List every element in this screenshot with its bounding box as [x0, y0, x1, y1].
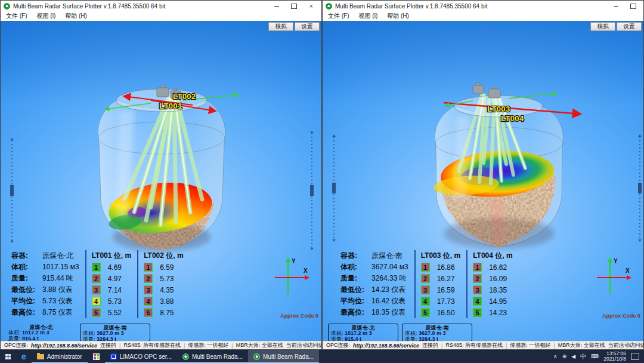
tab-silo-south[interactable]: 原煤仓-南 体积: 3627.0 m 3 质量: 3264.3 t	[402, 324, 472, 342]
beam-row: 58.75	[144, 307, 183, 318]
menu-help[interactable]: 帮助 (H)	[387, 12, 409, 20]
sensor-column-lt002: LT002 位, m 16.59 25.73 34.35 43.88 58.75	[137, 250, 183, 318]
container-name: 原煤仓-北	[41, 251, 73, 260]
taskbar-clock[interactable]: 13:57:06 2021/10/8	[603, 351, 626, 362]
rs485-status: RS485: 所有传感器在线	[123, 342, 181, 349]
system-tray: ∧ ⊕ ◀ 中 ⌨ 13:57:06 2021/10/8	[549, 350, 644, 363]
beam-status-badge: 1	[92, 263, 101, 272]
app-icon	[4, 3, 10, 10]
beam-row: 45.73	[92, 296, 131, 307]
close-button[interactable]: ×	[304, 2, 318, 11]
beam-status-badge: 1	[421, 263, 430, 272]
titlebar[interactable]: Multi Beam Radar Surface Plotter v.1.8.7…	[323, 1, 643, 11]
taskbar: e Administrator LIMACO OPC ser... Multi …	[0, 350, 644, 363]
beam-status-badge: 4	[473, 297, 482, 306]
multibeam-icon	[253, 353, 260, 360]
sensor-devices	[473, 82, 500, 98]
opc-url: http://192.168.8.66/service	[353, 343, 419, 349]
menu-view[interactable]: 视图 (i)	[359, 12, 378, 20]
beam-row: 516.50	[421, 307, 460, 318]
volume-value: 1017.15 м3	[41, 263, 79, 271]
store-button[interactable]	[88, 350, 105, 363]
beam-row: 24.97	[92, 273, 131, 284]
beam-row: 14.69	[92, 262, 131, 273]
titlebar[interactable]: Multi Beam Radar Surface Plotter v.1.8.7…	[1, 1, 321, 11]
tab-silo-north[interactable]: 原煤仓-北 体积: 1017.2 m 3 质量: 915.4 t	[328, 324, 398, 342]
tab-silo-north[interactable]: 原煤仓-北 体积: 1017.2 m 3 质量: 915.4 t	[6, 324, 76, 342]
beam-row: 316.59	[421, 284, 460, 296]
beam-row: 55.52	[92, 307, 131, 318]
silo-3d-viewport[interactable]: 模拟 设置	[1, 21, 321, 342]
menu-view[interactable]: 视图 (i)	[37, 12, 56, 20]
beam-status-badge: 2	[473, 274, 482, 283]
silo-3d-viewport[interactable]: 模拟 设置	[323, 21, 643, 342]
beam-status-badge: 3	[473, 285, 482, 294]
container-name: 原煤仓-南	[370, 251, 402, 260]
rs485-status: RS485: 所有传感器在线	[445, 342, 503, 349]
silo-tabs: 原煤仓-北 体积: 1017.2 m 3 质量: 915.4 t 原煤仓-南 体…	[6, 324, 150, 342]
approx-code-label: Approx Code 0	[280, 313, 318, 319]
min-level-value: 3.88 仪表	[41, 285, 73, 294]
beam-row: 514.23	[473, 307, 512, 318]
taskbar-app-multibeam-2[interactable]: Multi Beam Rada...	[248, 350, 319, 363]
beam-row: 414.95	[473, 296, 512, 307]
beam-status-badge: 2	[421, 274, 430, 283]
tab-silo-south[interactable]: 原煤仓-南 体积: 3627.0 m 3 质量: 3264.3 t	[80, 324, 150, 342]
beam-status-badge: 2	[144, 274, 153, 283]
app-window-south: Multi Beam Radar Surface Plotter v.1.8.7…	[322, 0, 644, 350]
menu-file[interactable]: 文件 (F)	[328, 12, 349, 20]
edge-button[interactable]: e	[16, 350, 32, 363]
edge-icon: e	[21, 352, 26, 361]
status-bar: OPC连接: http://192.168.8.66/service 连接的 |…	[1, 341, 321, 349]
hidden-icons-chevron[interactable]: ∧	[553, 353, 558, 359]
approx-code-label: Approx Code 0	[602, 313, 640, 319]
action-center-icon[interactable]	[631, 353, 639, 360]
keyboard-icon[interactable]: ⌨	[591, 353, 599, 359]
minimize-button[interactable]	[609, 2, 623, 11]
avg-level-value: 16.42 仪表	[370, 297, 405, 305]
beam-status-badge: 3	[144, 285, 153, 294]
container-info-panel: 容器:原煤仓-南 体积:3627.04 м3 质量:3264.33 吨 最低位:…	[340, 250, 513, 318]
limaco-icon	[110, 353, 117, 360]
taskbar-app-limaco-opc[interactable]: LIMACO OPC ser...	[105, 350, 177, 363]
max-level-value: 18.35 仪表	[370, 308, 405, 316]
beam-row: 16.59	[144, 262, 183, 273]
sensor-label-lt002: LT002	[173, 92, 196, 101]
windows-logo-icon	[5, 354, 11, 359]
beam-status-badge: 1	[144, 263, 153, 272]
folder-icon	[37, 354, 44, 359]
maximize-button[interactable]	[626, 2, 640, 11]
start-button[interactable]	[0, 350, 16, 363]
beam-status-badge: 5	[473, 308, 482, 317]
taskbar-app-administrator[interactable]: Administrator	[32, 350, 88, 363]
beam-row: 116.62	[473, 262, 512, 273]
maximize-button[interactable]	[287, 2, 301, 11]
max-level-value: 8.75 仪表	[41, 308, 73, 316]
sensor-label-lt001: LT001	[159, 101, 182, 110]
min-level-value: 14.23 仪表	[370, 285, 405, 294]
beam-status-badge: 1	[473, 263, 482, 272]
axis-x-label: X	[626, 267, 630, 274]
app-icon	[326, 3, 332, 10]
beam-status-badge: 3	[92, 285, 101, 294]
store-icon	[93, 353, 100, 360]
volume-icon[interactable]: ◀	[571, 353, 575, 359]
beam-status-badge: 4	[421, 297, 430, 306]
network-icon[interactable]: ⊕	[562, 353, 567, 359]
beam-row: 417.73	[421, 296, 460, 307]
dimension-line	[10, 138, 14, 243]
ime-indicator[interactable]: 中	[580, 352, 586, 361]
opc-url: http://192.168.8.66/service	[31, 343, 97, 349]
menu-file[interactable]: 文件 (F)	[6, 12, 27, 20]
menu-help[interactable]: 帮助 (H)	[65, 12, 87, 20]
multibeam-icon	[182, 353, 189, 360]
beam-row: 43.88	[144, 296, 183, 307]
minimize-button[interactable]	[270, 2, 284, 11]
dimension-line	[309, 131, 314, 250]
taskbar-app-multibeam-1[interactable]: Multi Beam Rada...	[177, 350, 248, 363]
beam-row: 318.35	[473, 284, 512, 296]
beam-row: 25.73	[144, 273, 183, 284]
mass-value: 3264.33 吨	[370, 274, 407, 282]
window-title: Multi Beam Radar Surface Plotter v.1.8.7…	[335, 3, 606, 10]
mbr-status: MBR大师: 全部在线	[558, 342, 605, 349]
